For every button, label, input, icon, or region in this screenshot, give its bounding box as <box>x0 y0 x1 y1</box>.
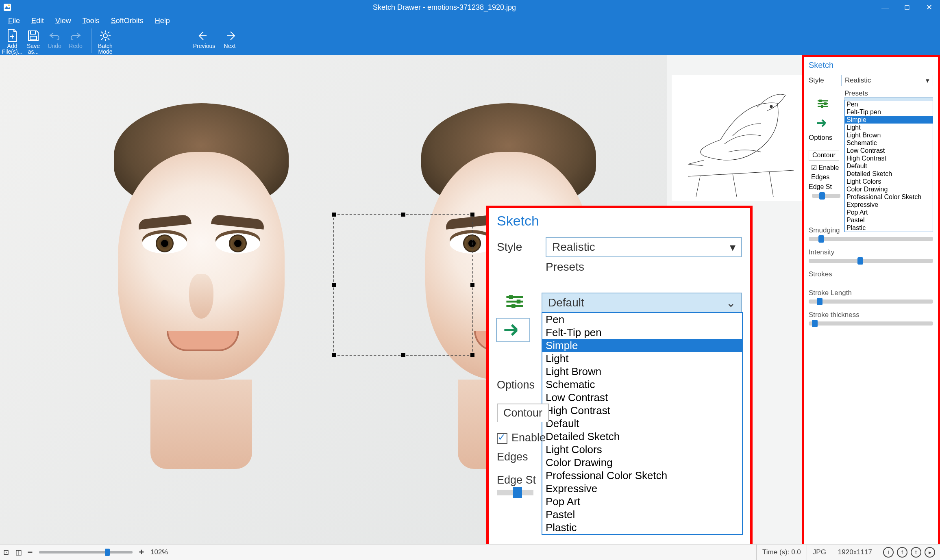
preset-option[interactable]: Simple <box>542 339 742 352</box>
preset-option[interactable]: Pastel <box>845 216 933 224</box>
preset-option[interactable]: Light <box>845 124 933 131</box>
selection-marquee[interactable] <box>333 214 473 356</box>
preset-option[interactable]: Simple <box>845 116 933 124</box>
preset-option[interactable]: Pop Art <box>845 208 933 216</box>
resize-handle[interactable] <box>401 353 405 357</box>
presets-label-zoom: Presets <box>546 260 584 273</box>
preset-option[interactable]: Light Brown <box>542 365 742 378</box>
zoom-in-button[interactable]: + <box>137 547 146 558</box>
info-icon[interactable]: i <box>883 547 894 558</box>
preset-option[interactable]: Pop Art <box>542 495 742 508</box>
resize-handle[interactable] <box>332 353 336 357</box>
resize-handle[interactable] <box>470 353 474 357</box>
menu-bar: File Edit View Tools SoftOrbits Help <box>0 15 940 27</box>
previous-label: Previous <box>193 43 215 49</box>
edges-label-small: Edges <box>811 174 829 181</box>
smudging-slider[interactable] <box>809 237 933 241</box>
batch-mode-button[interactable]: Batch Mode <box>96 28 115 54</box>
next-button[interactable]: Next <box>220 28 239 49</box>
preset-option[interactable]: Schematic <box>845 139 933 147</box>
enable-checkbox-zoom[interactable]: Enable <box>497 432 549 444</box>
youtube-icon[interactable]: ▸ <box>925 547 935 558</box>
menu-softorbits[interactable]: SoftOrbits <box>105 17 149 25</box>
edge-strength-slider-zoom[interactable] <box>497 490 533 495</box>
save-icon <box>26 28 41 43</box>
preset-option[interactable]: Low Contrast <box>542 391 742 404</box>
strokes-label: Strokes <box>809 270 933 278</box>
preset-option[interactable]: Plastic <box>542 521 742 534</box>
menu-file[interactable]: File <box>2 17 26 25</box>
sketch-panel-small: Sketch Style Realistic ▾ Presets Default… <box>802 55 940 545</box>
toolbar: Add File(s)... Save as... Undo Redo Batc… <box>0 27 940 59</box>
preset-option[interactable]: Pen <box>845 100 933 108</box>
maximize-button[interactable]: □ <box>896 0 918 15</box>
menu-edit[interactable]: Edit <box>26 17 50 25</box>
preset-option[interactable]: Default <box>542 417 742 430</box>
preset-option[interactable]: Default <box>845 162 933 170</box>
preset-option[interactable]: Professional Color Sketch <box>542 469 742 482</box>
preset-dropdown-list-zoom[interactable]: PenFelt-Tip penSimpleLightLight BrownSch… <box>542 312 743 535</box>
preset-option[interactable]: Felt-Tip pen <box>845 108 933 116</box>
preset-select-zoom[interactable]: Default ⌄ <box>542 293 742 313</box>
contour-tab-small[interactable]: Contour <box>809 150 839 161</box>
zoom-out-button[interactable]: − <box>25 547 35 558</box>
preset-option[interactable]: Light <box>542 352 742 365</box>
preset-option[interactable]: Felt-Tip pen <box>542 326 742 339</box>
resize-handle[interactable] <box>470 213 474 217</box>
previous-button[interactable]: Previous <box>190 28 218 49</box>
actual-size-icon[interactable]: ◫ <box>12 548 25 557</box>
stroke-thickness-slider[interactable] <box>809 321 933 326</box>
resize-handle[interactable] <box>401 213 405 217</box>
style-select[interactable]: Realistic ▾ <box>841 75 933 86</box>
resize-handle[interactable] <box>470 283 474 287</box>
preset-option[interactable]: Pastel <box>542 508 742 521</box>
undo-button[interactable]: Undo <box>45 28 64 49</box>
preset-option[interactable]: Detailed Sketch <box>542 430 742 443</box>
save-as-label: Save as... <box>24 43 43 54</box>
window-title: Sketch Drawer - emotions-371238_1920.jpg <box>15 3 874 12</box>
redo-button[interactable]: Redo <box>66 28 85 49</box>
twitter-icon[interactable]: t <box>911 547 921 558</box>
preset-option[interactable]: Color Drawing <box>845 185 933 193</box>
preset-option[interactable]: Pen <box>542 313 742 326</box>
stroke-length-slider[interactable] <box>809 300 933 304</box>
fit-screen-icon[interactable]: ⊡ <box>0 548 12 557</box>
enable-checkbox-small[interactable]: ☑ Enable <box>811 164 839 171</box>
contour-tab-zoom[interactable]: Contour <box>497 404 549 422</box>
preset-option[interactable]: High Contrast <box>542 404 742 417</box>
run-arrow-icon-zoom[interactable] <box>496 318 530 342</box>
resize-handle[interactable] <box>332 213 336 217</box>
menu-help[interactable]: Help <box>149 17 176 25</box>
preset-option[interactable]: Low Contrast <box>845 147 933 154</box>
style-select-zoom[interactable]: Realistic ▾ <box>546 237 742 257</box>
intensity-slider[interactable] <box>809 259 933 263</box>
menu-tools[interactable]: Tools <box>77 17 105 25</box>
preset-dropdown-list-small[interactable]: PenFelt-Tip penSimpleLightLight BrownSch… <box>844 100 933 232</box>
menu-view[interactable]: View <box>50 17 77 25</box>
close-button[interactable]: ✕ <box>918 0 940 15</box>
batch-mode-label: Batch Mode <box>96 43 115 54</box>
preset-option[interactable]: Light Brown <box>845 131 933 139</box>
save-as-button[interactable]: Save as... <box>24 28 43 54</box>
edges-label-zoom: Edges <box>497 451 549 463</box>
preset-option[interactable]: Detailed Sketch <box>845 170 933 178</box>
add-files-button[interactable]: Add File(s)... <box>2 28 22 54</box>
facebook-icon[interactable]: f <box>897 547 907 558</box>
edge-strength-slider-small[interactable] <box>812 194 840 198</box>
preset-option[interactable]: Schematic <box>542 378 742 391</box>
preset-option[interactable]: High Contrast <box>845 154 933 162</box>
zoom-slider[interactable] <box>39 551 133 553</box>
zoom-percent: 102% <box>150 548 168 556</box>
edge-strength-label-small: Edge St <box>809 183 832 191</box>
preset-option[interactable]: Light Colors <box>542 443 742 456</box>
run-arrow-icon[interactable] <box>809 113 837 133</box>
preset-option[interactable]: Professional Color Sketch <box>845 193 933 201</box>
preset-option[interactable]: Light Colors <box>845 178 933 185</box>
preset-option[interactable]: Color Drawing <box>542 456 742 469</box>
minimize-button[interactable]: — <box>874 0 896 15</box>
preset-option[interactable]: Expressive <box>542 482 742 495</box>
chevron-down-icon: ⌄ <box>726 296 735 310</box>
preset-option[interactable]: Expressive <box>845 201 933 208</box>
resize-handle[interactable] <box>332 283 336 287</box>
source-face-left <box>73 103 329 534</box>
